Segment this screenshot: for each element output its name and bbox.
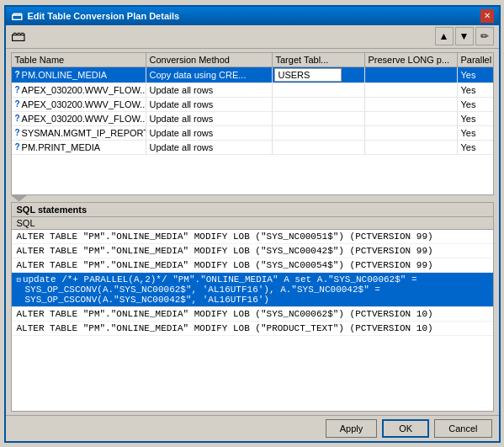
toolbar-center-icons: 🗃 [11,28,26,45]
splitter[interactable] [11,195,494,202]
target-dropdown-wrapper: SYSAUX USERS SYSTEM EXAMPLE DUMA [274,68,342,82]
cell-table-name: ? APEX_030200.WWV_FLOW... [12,98,146,111]
cell-target[interactable]: SYSAUX USERS SYSTEM EXAMPLE DUMA SYSAUX … [273,67,365,82]
cell-parallel: Yes [458,98,493,111]
toolbar-db-icon: 🗃 [11,28,26,45]
cancel-button[interactable]: Cancel [434,419,491,438]
sql-line2: SYS_OP_CSCONV(A."SYS_NC00062$", 'AL16UTF… [17,285,380,295]
title-bar: 🗃 Edit Table Conversion Plan Details ✕ [6,7,499,25]
sql-text: ALTER TABLE "PM"."ONLINE_MEDIA" MODIFY L… [17,246,433,256]
table-row[interactable]: ? APEX_030200.WWV_FLOW... Update all row… [12,112,493,126]
sql-text: ALTER TABLE "PM"."ONLINE_MEDIA" MODIFY L… [17,309,433,319]
down-icon: ▼ [459,30,470,42]
cell-table-name: ? APEX_030200.WWV_FLOW... [12,83,146,97]
sql-line1: update /*+ PARALLEL(A,2)*/ "PM"."ONLINE_… [23,274,417,285]
help-icon: ? [15,85,20,94]
cell-method: Copy data using CRE... [146,67,273,82]
edit-icon: ✏ [480,30,489,42]
cell-preserve [365,141,458,154]
table-row[interactable]: ? PM.ONLINE_MEDIA Copy data using CRE...… [12,67,493,83]
sql-section-label: SQL statements [12,203,493,217]
sql-text: ALTER TABLE "PM"."ONLINE_MEDIA" MODIFY L… [17,231,433,242]
close-button[interactable]: ✕ [480,9,494,23]
expand-icon: ⊟ [17,276,21,285]
help-icon: ? [15,128,20,137]
cell-method: Update all rows [146,98,273,111]
cell-preserve [365,126,458,140]
sql-row: ALTER TABLE "PM"."ONLINE_MEDIA" MODIFY L… [12,244,493,258]
cell-name-text: SYSMAN.MGMT_IP_REPORT... [22,128,146,138]
sql-body[interactable]: ALTER TABLE "PM"."ONLINE_MEDIA" MODIFY L… [12,230,493,411]
col-header-conversion-method: Conversion Method [146,53,273,67]
cell-parallel: Yes [458,141,493,154]
cell-preserve [365,83,458,97]
col-header-table-name: Table Name [12,53,146,67]
help-icon: ? [15,114,20,123]
ok-button[interactable]: OK [382,419,429,438]
cell-preserve [365,67,458,82]
col-header-preserve-long: Preserve LONG p... [365,53,458,67]
cell-table-name: ? SYSMAN.MGMT_IP_REPORT... [12,126,146,140]
window-title: Edit Table Conversion Plan Details [28,11,180,21]
main-window: 🗃 Edit Table Conversion Plan Details ✕ 🗃… [4,5,501,443]
cell-preserve [365,98,458,111]
cell-method: Update all rows [146,141,273,154]
sql-section: SQL statements SQL ALTER TABLE "PM"."ONL… [11,202,494,412]
cell-name-text: APEX_030200.WWV_FLOW... [22,99,146,109]
cell-table-name: ? PM.PRINT_MEDIA [12,141,146,154]
cell-table-name: ? PM.ONLINE_MEDIA [12,67,146,82]
cell-target [273,98,365,111]
table-row[interactable]: ? APEX_030200.WWV_FLOW... Update all row… [12,98,493,112]
table-row[interactable]: ? APEX_030200.WWV_FLOW... Update all row… [12,83,493,98]
cell-target [273,141,365,154]
cell-parallel: Yes [458,67,493,82]
move-down-button[interactable]: ▼ [455,27,474,45]
cell-method: Update all rows [146,112,273,125]
sql-text: ALTER TABLE "PM"."ONLINE_MEDIA" MODIFY L… [17,260,433,270]
edit-button[interactable]: ✏ [475,27,494,45]
cell-parallel: Yes [458,83,493,97]
cell-preserve [365,112,458,125]
help-icon: ? [15,99,20,109]
help-icon: ? [15,70,20,79]
up-icon: ▲ [439,30,449,42]
window-icon: 🗃 [11,9,23,23]
conversion-table: Table Name Conversion Method Target Tabl… [11,52,494,195]
col-header-parallel: Parallel Execution [458,53,494,67]
toolbar-right-icons: ▲ ▼ ✏ [435,27,494,45]
cell-table-name: ? APEX_030200.WWV_FLOW... [12,112,146,125]
table-header-row: Table Name Conversion Method Target Tabl… [12,53,493,67]
cell-method: Update all rows [146,126,273,140]
cell-name-text: APEX_030200.WWV_FLOW... [22,85,146,95]
sql-row: ALTER TABLE "PM"."ONLINE_MEDIA" MODIFY L… [12,258,493,273]
col-header-target-table: Target Tabl... [273,53,365,67]
cell-name-text: PM.PRINT_MEDIA [22,142,101,152]
footer: Apply OK Cancel [6,415,499,441]
cell-name-text: APEX_030200.WWV_FLOW... [22,114,146,124]
sql-row: ALTER TABLE "PM"."ONLINE_MEDIA" MODIFY L… [12,322,493,336]
move-up-button[interactable]: ▲ [435,27,454,45]
table-body: ? PM.ONLINE_MEDIA Copy data using CRE...… [12,67,493,190]
sql-line3: SYS_OP_CSCONV(A."SYS_NC00042$", 'AL16UTF… [17,295,269,305]
table-row[interactable]: ? SYSMAN.MGMT_IP_REPORT... Update all ro… [12,126,493,141]
cell-parallel: Yes [458,112,493,125]
sql-row: ALTER TABLE "PM"."ONLINE_MEDIA" MODIFY L… [12,307,493,322]
cell-target [273,126,365,140]
cell-name-text: PM.ONLINE_MEDIA [22,70,107,80]
help-icon: ? [15,142,20,152]
apply-button[interactable]: Apply [326,419,378,438]
toolbar: 🗃 ▲ ▼ ✏ [6,25,499,49]
sql-col-header: SQL [12,217,493,230]
target-dropdown[interactable]: SYSAUX USERS SYSTEM EXAMPLE DUMA [274,68,342,82]
cell-target [273,83,365,97]
cell-method: Update all rows [146,83,273,97]
sql-row-multiline: ⊟update /*+ PARALLEL(A,2)*/ "PM"."ONLINE… [12,273,493,307]
sql-row: ALTER TABLE "PM"."ONLINE_MEDIA" MODIFY L… [12,230,493,244]
cell-target [273,112,365,125]
cell-parallel: Yes [458,126,493,140]
table-row[interactable]: ? PM.PRINT_MEDIA Update all rows Yes [12,141,493,155]
splitter-handle [11,195,28,202]
sql-text: ALTER TABLE "PM"."ONLINE_MEDIA" MODIFY L… [17,323,433,333]
